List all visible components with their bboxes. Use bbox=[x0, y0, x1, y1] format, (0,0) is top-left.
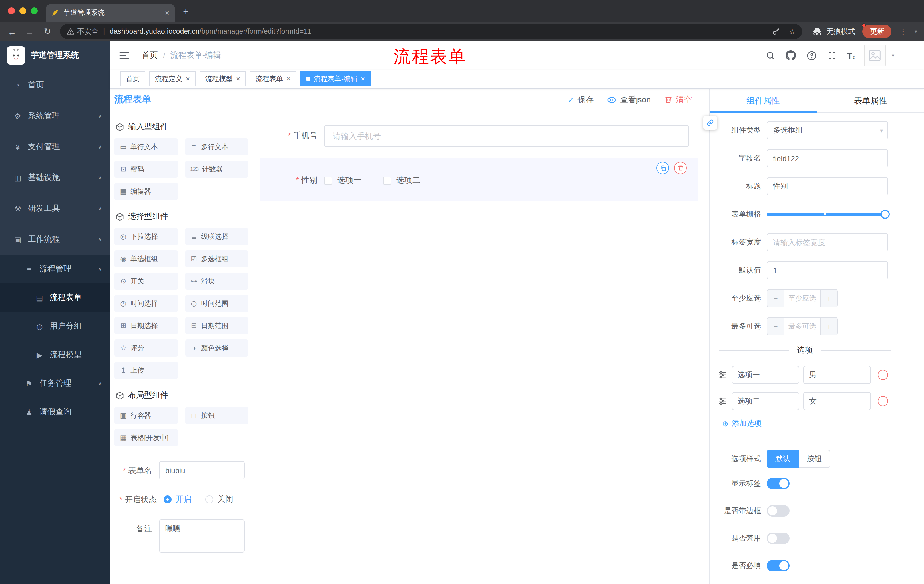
option-label-input[interactable] bbox=[732, 392, 799, 410]
checkbox-option-2[interactable]: 选项二 bbox=[383, 175, 420, 186]
sidebar-item-task-management[interactable]: ⚑ 任务管理 ∨ bbox=[0, 369, 110, 398]
close-icon[interactable]: × bbox=[287, 75, 290, 83]
sidebar-item-process-management[interactable]: ≡ 流程管理 ∧ bbox=[0, 255, 110, 283]
palette-item-cascader[interactable]: ≣级联选择 bbox=[185, 228, 248, 245]
increase-button[interactable]: + bbox=[820, 289, 838, 308]
palette-item-switch[interactable]: ⊙开关 bbox=[114, 273, 178, 290]
remove-option-button[interactable]: − bbox=[878, 396, 888, 406]
sidebar-item-leave-query[interactable]: ♟ 请假查询 bbox=[0, 398, 110, 426]
font-size-icon[interactable]: T↕ bbox=[847, 51, 855, 60]
border-toggle[interactable] bbox=[767, 505, 790, 517]
sidebar-item-home[interactable]: ◔ 首页 bbox=[0, 70, 110, 100]
fullscreen-icon[interactable] bbox=[827, 51, 838, 60]
palette-item-checkbox-group[interactable]: ☑多选框组 bbox=[185, 250, 248, 267]
sidebar-item-infrastructure[interactable]: ◫ 基础设施 ∨ bbox=[0, 162, 110, 193]
tag-process-definition[interactable]: 流程定义 × bbox=[149, 71, 196, 86]
increase-button[interactable]: + bbox=[820, 317, 838, 336]
palette-item-editor[interactable]: ▤编辑器 bbox=[114, 183, 178, 200]
radio-closed[interactable]: 关闭 bbox=[205, 494, 233, 505]
sidebar-item-payment[interactable]: ¥ 支付管理 ∨ bbox=[0, 132, 110, 162]
copy-component-button[interactable] bbox=[657, 162, 669, 174]
sidebar-item-system[interactable]: ⚙ 系统管理 ∨ bbox=[0, 100, 110, 132]
avatar-caret-icon[interactable]: ▾ bbox=[892, 53, 894, 58]
component-type-select[interactable]: 多选框组▾ bbox=[767, 121, 888, 140]
form-remark-textarea[interactable]: 嘿嘿 bbox=[159, 520, 245, 553]
palette-item-time-range[interactable]: ◶时间范围 bbox=[185, 295, 248, 312]
palette-item-upload[interactable]: ↥上传 bbox=[114, 362, 178, 379]
avatar[interactable] bbox=[864, 44, 886, 66]
search-icon[interactable] bbox=[765, 51, 776, 60]
palette-item-password[interactable]: ⊡密码 bbox=[114, 161, 178, 178]
sidebar-item-user-group[interactable]: ◍ 用户分组 bbox=[0, 312, 110, 341]
disabled-toggle[interactable] bbox=[767, 533, 790, 544]
maximize-window-button[interactable] bbox=[31, 7, 38, 14]
back-icon[interactable]: ← bbox=[7, 26, 17, 36]
forward-icon[interactable]: → bbox=[25, 26, 35, 36]
palette-item-radio-group[interactable]: ◉单选框组 bbox=[114, 250, 178, 267]
profile-chevron-icon[interactable]: ▾ bbox=[914, 29, 917, 34]
drag-handle-icon[interactable] bbox=[718, 396, 728, 406]
delete-component-button[interactable] bbox=[674, 162, 687, 174]
view-json-button[interactable]: 查看json bbox=[607, 95, 651, 105]
sidebar-item-devtools[interactable]: ⚒ 研发工具 ∨ bbox=[0, 193, 110, 224]
min-select-value[interactable]: 至少应选 bbox=[784, 289, 820, 308]
link-chip-button[interactable] bbox=[703, 116, 717, 130]
grid-slider[interactable] bbox=[767, 205, 888, 224]
radio-open[interactable]: 开启 bbox=[163, 494, 191, 505]
security-warning[interactable]: 不安全 bbox=[67, 26, 99, 36]
palette-item-single-text[interactable]: ▭单行文本 bbox=[114, 138, 178, 155]
tag-process-form-edit[interactable]: 流程表单-编辑 × bbox=[300, 71, 371, 86]
add-option-button[interactable]: ⊕ 添加选项 bbox=[722, 418, 924, 429]
new-tab-button[interactable]: + bbox=[183, 6, 189, 18]
help-icon[interactable] bbox=[806, 51, 817, 60]
sidebar-item-process-model[interactable]: ▶ 流程模型 bbox=[0, 341, 110, 369]
title-input[interactable] bbox=[767, 177, 888, 196]
slider-track[interactable] bbox=[767, 212, 888, 216]
field-name-input[interactable] bbox=[767, 149, 888, 168]
tag-process-model[interactable]: 流程模型 × bbox=[200, 71, 246, 86]
drag-handle-icon[interactable] bbox=[718, 370, 728, 380]
label-width-input[interactable] bbox=[767, 233, 888, 252]
default-value-input[interactable] bbox=[767, 261, 888, 280]
phone-input[interactable] bbox=[324, 125, 689, 147]
close-icon[interactable]: × bbox=[186, 75, 190, 83]
option-value-input[interactable] bbox=[804, 392, 871, 410]
minimize-window-button[interactable] bbox=[20, 7, 26, 14]
selected-gender-component[interactable]: 性别 选项一 选项二 bbox=[260, 158, 698, 201]
checkbox-box[interactable] bbox=[383, 176, 391, 184]
decrease-button[interactable]: − bbox=[767, 289, 784, 308]
bookmark-star-icon[interactable]: ☆ bbox=[789, 27, 795, 36]
close-icon[interactable]: × bbox=[236, 75, 240, 83]
update-button[interactable]: 更新 bbox=[863, 25, 892, 38]
checkbox-box[interactable] bbox=[324, 176, 332, 184]
palette-item-button[interactable]: ◻按钮 bbox=[185, 407, 248, 424]
palette-item-select[interactable]: ◎下拉选择 bbox=[114, 228, 178, 245]
clear-button[interactable]: 清空 bbox=[664, 95, 692, 105]
checkbox-option-1[interactable]: 选项一 bbox=[324, 175, 361, 186]
remove-option-button[interactable]: − bbox=[878, 370, 888, 380]
option-label-input[interactable] bbox=[732, 366, 799, 384]
tag-home[interactable]: 首页 bbox=[120, 71, 145, 86]
palette-item-row-container[interactable]: ▣行容器 bbox=[114, 407, 178, 424]
save-button[interactable]: ✓ 保存 bbox=[568, 95, 594, 105]
style-default-button[interactable]: 默认 bbox=[767, 450, 799, 468]
sidebar-item-workflow[interactable]: ▣ 工作流程 ∧ bbox=[0, 224, 110, 255]
option-value-input[interactable] bbox=[804, 366, 871, 384]
browser-tab[interactable]: 芋道管理系统 × bbox=[46, 4, 175, 22]
password-key-icon[interactable] bbox=[772, 27, 780, 36]
close-window-button[interactable] bbox=[8, 7, 15, 14]
palette-item-table[interactable]: ▦表格[开发中] bbox=[114, 429, 178, 446]
reload-icon[interactable]: ↻ bbox=[42, 26, 53, 36]
tab-component-props[interactable]: 组件属性 bbox=[710, 89, 817, 112]
tag-process-form[interactable]: 流程表单 × bbox=[250, 71, 296, 86]
palette-item-date-picker[interactable]: ⊞日期选择 bbox=[114, 317, 178, 334]
collapse-sidebar-icon[interactable] bbox=[119, 51, 129, 60]
decrease-button[interactable]: − bbox=[767, 317, 784, 336]
phone-field-row[interactable]: 手机号 bbox=[265, 125, 689, 147]
slider-handle[interactable] bbox=[881, 210, 890, 219]
palette-item-date-range[interactable]: ⊟日期范围 bbox=[185, 317, 248, 334]
required-toggle[interactable] bbox=[767, 560, 790, 571]
breadcrumb-home[interactable]: 首页 bbox=[142, 50, 158, 61]
address-bar[interactable]: 不安全 | dashboard.yudao.iocoder.cn/bpm/man… bbox=[60, 24, 802, 39]
max-select-value[interactable]: 最多可选 bbox=[784, 317, 820, 336]
